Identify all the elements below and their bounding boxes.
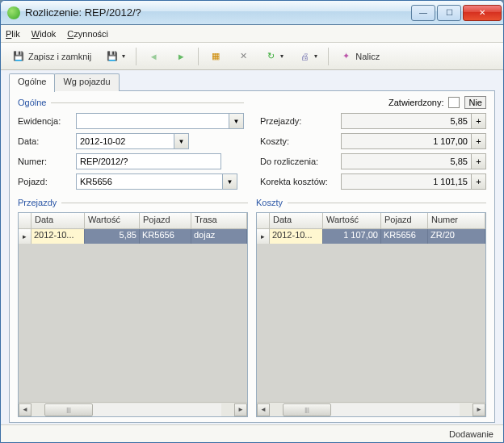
legend-costs: Koszty (256, 198, 486, 207)
separator (198, 48, 199, 65)
tab-general[interactable]: Ogólne (9, 73, 55, 92)
status-text: Dodawanie (449, 429, 494, 439)
value-koszty: 1 107,00 (341, 133, 472, 149)
menu-file[interactable]: Plik (6, 29, 20, 39)
label-przejazdy: Przejazdy: (260, 116, 341, 126)
menubar: Plik Widok Czynności (1, 25, 503, 43)
window: Rozliczenie: REP/2012/? — ☐ ✕ Plik Widok… (0, 0, 504, 443)
confirmed-text: Nie (464, 96, 486, 109)
arrow-left-icon: ◄ (147, 50, 160, 63)
dropdown-icon[interactable]: ▼ (229, 114, 243, 128)
separator (328, 48, 329, 65)
hscrollbar[interactable]: ◄ ||| ► (257, 402, 485, 416)
col-numer[interactable]: Numer (428, 213, 485, 228)
calc-label: Nalicz (355, 52, 380, 61)
table-row[interactable]: ▸ 2012-10... 5,85 KR5656 dojaz (19, 229, 247, 244)
close-button[interactable]: ✕ (463, 5, 502, 21)
tool-button-2[interactable]: ✕ (232, 47, 254, 66)
printer-icon: 🖨 (298, 50, 311, 63)
value-przejazdy: 5,85 (341, 113, 472, 129)
label-ewidencja: Ewidencja: (18, 116, 76, 126)
label-koszty: Koszty: (260, 136, 341, 146)
grid-costs[interactable]: Data Wartość Pojazd Numer ▸ 2012-10... 1… (256, 212, 486, 417)
dropdown-icon[interactable]: ▼ (174, 134, 188, 148)
wand-icon: ✦ (339, 50, 352, 63)
input-data[interactable]: 2012-10-02 ▼ (76, 133, 189, 149)
expand-koszty[interactable]: + (472, 133, 486, 149)
col-pojazd[interactable]: Pojazd (140, 213, 191, 228)
disk-icon: 💾 (106, 50, 119, 63)
col-wartosc[interactable]: Wartość (85, 213, 140, 228)
label-data: Data: (18, 136, 76, 146)
row-indicator-icon: ▸ (257, 229, 270, 244)
value-korekta: 1 101,15 (341, 173, 472, 190)
expand-przejazdy[interactable]: + (472, 113, 486, 129)
checkbox-confirmed[interactable] (448, 97, 460, 108)
grid-icon: ▦ (209, 50, 222, 63)
hscrollbar[interactable]: ◄ ||| ► (19, 402, 247, 416)
window-title: Rozliczenie: REP/2012/? (25, 6, 411, 19)
tool-button-3[interactable]: ↻▾ (259, 47, 288, 66)
expand-dorozl[interactable]: + (472, 153, 486, 169)
nav-fwd-button[interactable]: ► (170, 47, 192, 66)
expand-korekta[interactable]: + (472, 173, 486, 190)
label-numer: Numer: (18, 157, 76, 166)
statusbar: Dodawanie (1, 424, 503, 442)
col-trasa[interactable]: Trasa (191, 213, 247, 228)
app-icon (7, 6, 20, 19)
col-data[interactable]: Data (270, 213, 323, 228)
maximize-button[interactable]: ☐ (437, 5, 461, 21)
tab-by-vehicle[interactable]: Wg pojazdu (54, 73, 119, 91)
titlebar[interactable]: Rozliczenie: REP/2012/? — ☐ ✕ (1, 1, 503, 25)
refresh-icon: ↻ (264, 50, 277, 63)
legend-general: Ogólne (18, 98, 244, 107)
nav-back-button[interactable]: ◄ (142, 47, 165, 66)
row-indicator-icon: ▸ (19, 229, 32, 244)
tool-button-1[interactable]: ▦ (204, 47, 227, 66)
toolbar: 💾 Zapisz i zamknij 💾▾ ◄ ► ▦ ✕ ↻▾ 🖨▾ ✦ Na… (1, 43, 503, 70)
wrench-icon: ✕ (237, 50, 250, 63)
save-close-label: Zapisz i zamknij (28, 52, 91, 61)
label-dorozl: Do rozliczenia: (260, 157, 341, 166)
legend-trips: Przejazdy (18, 198, 248, 207)
tabstrip: Ogólne Wg pojazdu (9, 73, 495, 91)
input-pojazd[interactable]: KR5656 ▼ (76, 173, 237, 190)
tab-pane: Ogólne Ewidencja: ▼ Data: 2012-10-02 ▼ (9, 90, 495, 423)
label-confirmed: Zatwierdzony: (388, 98, 443, 107)
save-close-button[interactable]: 💾 Zapisz i zamknij (7, 47, 96, 66)
grid-trips[interactable]: Data Wartość Pojazd Trasa ▸ 2012-10... 5… (18, 212, 248, 417)
menu-view[interactable]: Widok (32, 29, 57, 39)
input-ewidencja[interactable]: ▼ (76, 113, 244, 129)
arrow-right-icon: ► (174, 50, 187, 63)
save-icon: 💾 (12, 50, 25, 63)
col-pojazd[interactable]: Pojazd (381, 213, 428, 228)
minimize-button[interactable]: — (411, 5, 435, 21)
input-numer[interactable]: REP/2012/? (76, 153, 221, 169)
table-row[interactable]: ▸ 2012-10... 1 107,00 KR5656 ZR/20 (257, 229, 485, 244)
menu-actions[interactable]: Czynności (67, 29, 108, 39)
save-button[interactable]: 💾▾ (101, 47, 130, 66)
print-button[interactable]: 🖨▾ (293, 47, 322, 66)
col-wartosc[interactable]: Wartość (323, 213, 381, 228)
value-dorozl: 5,85 (341, 153, 472, 169)
calc-button[interactable]: ✦ Nalicz (334, 47, 384, 66)
label-pojazd: Pojazd: (18, 177, 76, 186)
content: Ogólne Wg pojazdu Ogólne Ewidencja: ▼ Da… (1, 70, 503, 424)
separator (136, 48, 136, 65)
label-korekta: Korekta kosztów: (260, 177, 341, 186)
col-data[interactable]: Data (32, 213, 85, 228)
dropdown-icon[interactable]: ▼ (222, 174, 237, 189)
